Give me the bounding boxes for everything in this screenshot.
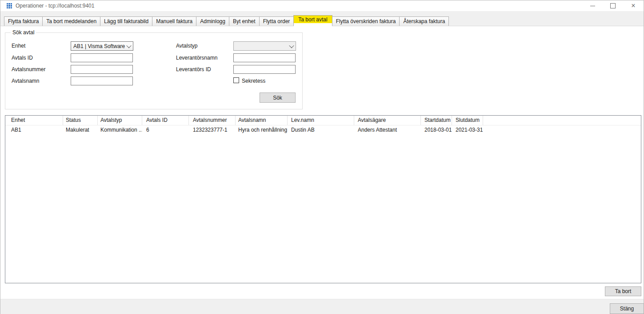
- footer-bar: [0, 299, 644, 314]
- window-title: Operationer - tcp://localhost:9401: [16, 3, 94, 9]
- tab-flytta-faktura[interactable]: Flytta faktura: [4, 16, 43, 26]
- column-header-status[interactable]: Status: [63, 116, 98, 125]
- enhet-selected-value: AB1 | Visma Software AB: [73, 43, 125, 49]
- column-header-avtalstyp[interactable]: Avtalstyp: [98, 116, 142, 125]
- cell-enhet: AB1: [5, 125, 63, 135]
- close-button[interactable]: ×: [623, 0, 644, 11]
- column-header-slutdatum[interactable]: Slutdatum: [452, 116, 483, 125]
- sekretess-label: Sekretess: [242, 78, 265, 84]
- maximize-icon: [610, 3, 616, 8]
- enhet-label: Enhet: [12, 43, 25, 49]
- tab-band: Flytta faktura Ta bort meddelanden Lägg …: [0, 11, 644, 26]
- cell-startdatum: 2018-03-01: [421, 125, 452, 135]
- results-table: Enhet Status Avtalstyp Avtals ID Avtalsn…: [5, 115, 641, 283]
- column-header-filler: [483, 116, 641, 125]
- maximize-button[interactable]: [603, 0, 623, 11]
- cell-slutdatum: 2021-03-31: [452, 125, 483, 135]
- cell-status: Makulerat: [63, 125, 98, 135]
- tab-strip: Flytta faktura Ta bort meddelanden Lägg …: [4, 15, 448, 26]
- cell-avtalsnummer: 1232323777-1: [189, 125, 236, 135]
- close-icon: ×: [631, 4, 635, 8]
- tab-flytta-order[interactable]: Flytta order: [259, 16, 294, 26]
- sok-button[interactable]: Sök: [260, 93, 296, 103]
- minimize-button[interactable]: [582, 0, 603, 11]
- tab-aterskapa-faktura[interactable]: Återskapa faktura: [399, 16, 449, 26]
- avtalstyp-select[interactable]: [233, 41, 296, 51]
- avtalsnummer-input[interactable]: [71, 65, 133, 74]
- avtals-id-label: Avtals ID: [12, 55, 33, 61]
- leverantors-id-input[interactable]: [233, 65, 296, 74]
- minimize-icon: [590, 6, 595, 6]
- avtalsnamn-input[interactable]: [71, 76, 133, 85]
- tab-byt-enhet[interactable]: Byt enhet: [229, 16, 260, 26]
- column-header-avtals-id[interactable]: Avtals ID: [142, 116, 189, 125]
- leverantorsnamn-label: Leverantörsnamn: [176, 55, 217, 61]
- groupbox-title: Sök avtal: [11, 29, 36, 36]
- tab-ta-bort-avtal[interactable]: Ta bort avtal: [293, 15, 332, 26]
- application-window: Operationer - tcp://localhost:9401 × Fly…: [0, 0, 644, 314]
- leverantors-id-label: Leverantörs ID: [176, 66, 211, 72]
- table-row[interactable]: AB1 Makulerat Kommunikation ... 6 123232…: [5, 125, 641, 135]
- cell-lev-namn: Dustin AB: [288, 125, 354, 135]
- tab-manuell-faktura[interactable]: Manuell faktura: [152, 16, 196, 26]
- title-bar: Operationer - tcp://localhost:9401 ×: [0, 0, 644, 11]
- leverantorsnamn-input[interactable]: [233, 53, 296, 62]
- cell-avtals-id: 6: [142, 125, 189, 135]
- avtalstyp-label: Avtalstyp: [176, 43, 197, 49]
- cell-avtalstyp: Kommunikation ...: [98, 125, 142, 135]
- column-header-lev-namn[interactable]: Lev.namn: [288, 116, 354, 125]
- avtalsnamn-label: Avtalsnamn: [12, 78, 39, 84]
- tab-ta-bort-meddelanden[interactable]: Ta bort meddelanden: [42, 16, 100, 26]
- app-icon: [7, 3, 12, 8]
- tab-adminlogg[interactable]: Adminlogg: [196, 16, 229, 26]
- avtals-id-input[interactable]: [71, 53, 133, 62]
- stang-button[interactable]: Stäng: [610, 303, 644, 314]
- tab-flytta-overskriden-faktura[interactable]: Flytta överskriden faktura: [332, 16, 400, 26]
- tab-lagg-till-fakturabild[interactable]: Lägg till fakturabild: [100, 16, 152, 26]
- column-header-startdatum[interactable]: Startdatum: [421, 116, 452, 125]
- cell-avtalsnamn: Hyra och renhållning: [236, 125, 288, 135]
- cell-filler: [483, 125, 641, 135]
- chevron-down-icon: [126, 43, 131, 48]
- column-header-avtalsnamn[interactable]: Avtalsnamn: [236, 116, 288, 125]
- cell-avtalsagare: Anders Attestant: [354, 125, 421, 135]
- chevron-down-icon: [289, 43, 294, 48]
- avtalsnummer-label: Avtalsnummer: [12, 66, 45, 72]
- column-header-avtalsnummer[interactable]: Avtalsnummer: [189, 116, 236, 125]
- column-header-avtalsagare[interactable]: Avtalsägare: [354, 116, 421, 125]
- table-header-row: Enhet Status Avtalstyp Avtals ID Avtalsn…: [5, 116, 641, 125]
- column-header-enhet[interactable]: Enhet: [5, 116, 63, 125]
- enhet-select[interactable]: AB1 | Visma Software AB: [71, 41, 133, 51]
- ta-bort-button[interactable]: Ta bort: [605, 286, 641, 296]
- window-controls: ×: [582, 0, 644, 11]
- sekretess-checkbox[interactable]: [233, 77, 239, 83]
